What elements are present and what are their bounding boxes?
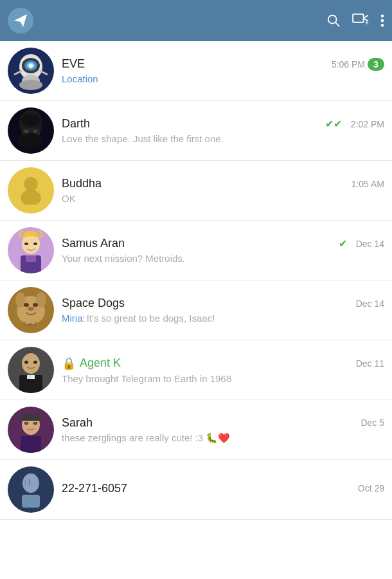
chat-meta: Dec 14 <box>351 299 384 309</box>
header: + <box>0 0 392 41</box>
svg-point-60 <box>35 423 37 425</box>
svg-text:ʕ•ᴥ•ʔ: ʕ•ᴥ•ʔ <box>23 322 37 328</box>
name-text: Agent K <box>80 356 121 370</box>
chat-name: 🔒 Agent K <box>62 356 121 371</box>
chat-preview: Location <box>62 73 338 84</box>
chat-top: EVE 5:06 PM 3 <box>62 57 384 71</box>
chat-item-space-dogs[interactable]: ʕ•ᴥ•ʔ Space Dogs Dec 14 Miria: It's so g… <box>0 280 392 340</box>
chat-content: Buddha 1:05 AM OK <box>62 177 384 204</box>
chat-meta: Dec 11 <box>351 358 384 369</box>
svg-point-46 <box>22 353 40 374</box>
chat-time: Dec 14 <box>356 239 384 249</box>
chat-time: 2:02 PM <box>351 119 384 129</box>
preview-text: It's so great to be dogs, Isaac! <box>87 313 215 324</box>
chat-top: 22-271-6057 Oct 29 <box>62 482 384 495</box>
chat-top: Sarah Dec 5 <box>62 416 384 430</box>
chat-preview: these zerglings are really cute! :3 🐛❤️ <box>62 432 338 444</box>
chat-list: EVE 5:06 PM 3 Location Darth <box>0 41 392 520</box>
name-text: Darth <box>62 117 90 131</box>
chat-name: Buddha <box>62 177 102 190</box>
svg-rect-61 <box>21 436 41 453</box>
chat-content: 22-271-6057 Oct 29 <box>62 482 384 498</box>
chat-item-sarah[interactable]: Sarah Dec 5 these zerglings are really c… <box>0 400 392 460</box>
menu-icon[interactable] <box>380 14 384 28</box>
compose-icon[interactable]: + <box>352 14 369 28</box>
svg-point-47 <box>24 361 28 364</box>
chat-name: 22-271-6057 <box>62 482 127 495</box>
svg-line-2 <box>335 23 339 26</box>
svg-text:+: + <box>365 20 368 26</box>
chat-name: EVE <box>62 57 85 71</box>
avatar <box>8 347 54 393</box>
chat-meta: ✔ Dec 14 <box>339 237 384 250</box>
telegram-logo <box>8 8 33 33</box>
preview-sender: Miria: <box>62 313 85 324</box>
svg-rect-54 <box>22 414 40 421</box>
chat-top: Darth ✔✔ 2:02 PM <box>62 117 384 131</box>
svg-point-28 <box>24 177 37 192</box>
chat-content: Sarah Dec 5 these zerglings are really c… <box>62 416 384 444</box>
chat-item-samus[interactable]: Samus Aran ✔ Dec 14 Your next mission? M… <box>0 221 392 280</box>
avatar: ʕ•ᴥ•ʔ <box>8 287 54 333</box>
name-text: Sarah <box>62 416 93 430</box>
svg-rect-35 <box>26 255 36 262</box>
chat-item-phone[interactable]: :) 22-271-6057 Oct 29 <box>0 460 392 520</box>
chat-content: Space Dogs Dec 14 Miria: It's so great t… <box>62 297 384 324</box>
svg-point-1 <box>328 15 337 24</box>
chat-meta: ✔✔ 2:02 PM <box>325 118 384 130</box>
name-text: Samus Aran <box>62 237 125 250</box>
chat-content: Darth ✔✔ 2:02 PM Love the shape. Just li… <box>62 117 384 144</box>
chat-item-agent-k[interactable]: 🔒 Agent K Dec 11 They brought Telegram t… <box>0 340 392 400</box>
svg-point-41 <box>24 303 29 307</box>
svg-point-32 <box>24 243 28 245</box>
header-actions: + <box>326 14 384 28</box>
avatar <box>8 48 54 94</box>
chat-preview: They brought Telegram to Earth in 1968 <box>62 373 338 384</box>
avatar <box>8 107 54 154</box>
chat-item-eve[interactable]: EVE 5:06 PM 3 Location <box>0 41 392 101</box>
svg-rect-24 <box>24 130 28 133</box>
svg-rect-51 <box>27 375 31 379</box>
chat-time: Dec 14 <box>356 299 384 309</box>
chat-time: 1:05 AM <box>352 179 384 189</box>
svg-rect-3 <box>353 14 364 23</box>
chat-top: 🔒 Agent K Dec 11 <box>62 356 384 371</box>
double-check-icon: ✔✔ <box>325 118 342 130</box>
svg-point-48 <box>33 361 37 364</box>
chat-meta: 5:06 PM 3 <box>326 58 384 71</box>
chat-name: Space Dogs <box>62 297 125 310</box>
svg-rect-25 <box>33 130 37 133</box>
svg-point-29 <box>21 190 41 205</box>
chat-content: Samus Aran ✔ Dec 14 Your next mission? M… <box>62 237 384 264</box>
lock-icon: 🔒 <box>62 356 76 371</box>
name-text: EVE <box>62 57 85 71</box>
svg-marker-0 <box>14 14 27 27</box>
chat-name: Sarah <box>62 416 93 430</box>
svg-line-4 <box>364 15 368 19</box>
svg-point-59 <box>26 423 28 425</box>
chat-item-buddha[interactable]: Buddha 1:05 AM OK <box>0 161 392 221</box>
avatar <box>8 167 54 214</box>
name-text: Buddha <box>62 177 102 190</box>
chat-time: 5:06 PM <box>332 59 365 69</box>
chat-preview: Your next mission? Metroids. <box>62 253 338 264</box>
svg-point-8 <box>381 19 384 23</box>
chat-meta: Dec 5 <box>355 418 384 428</box>
svg-rect-64 <box>22 495 40 508</box>
svg-point-27 <box>18 133 44 149</box>
name-text: 22-271-6057 <box>62 482 127 495</box>
chat-preview: OK <box>62 193 338 204</box>
avatar: :) <box>8 466 54 513</box>
svg-point-33 <box>33 243 37 245</box>
svg-point-22 <box>22 114 40 127</box>
chat-content: 🔒 Agent K Dec 11 They brought Telegram t… <box>62 356 384 384</box>
search-icon[interactable] <box>326 14 341 28</box>
chat-time: Dec 5 <box>361 418 384 428</box>
name-text: Space Dogs <box>62 297 125 310</box>
chat-meta: 1:05 AM <box>346 179 384 189</box>
svg-point-42 <box>33 303 38 307</box>
avatar <box>8 407 54 453</box>
svg-point-15 <box>29 64 33 68</box>
chat-time: Oct 29 <box>358 483 384 493</box>
chat-item-darth[interactable]: Darth ✔✔ 2:02 PM Love the shape. Just li… <box>0 101 392 161</box>
